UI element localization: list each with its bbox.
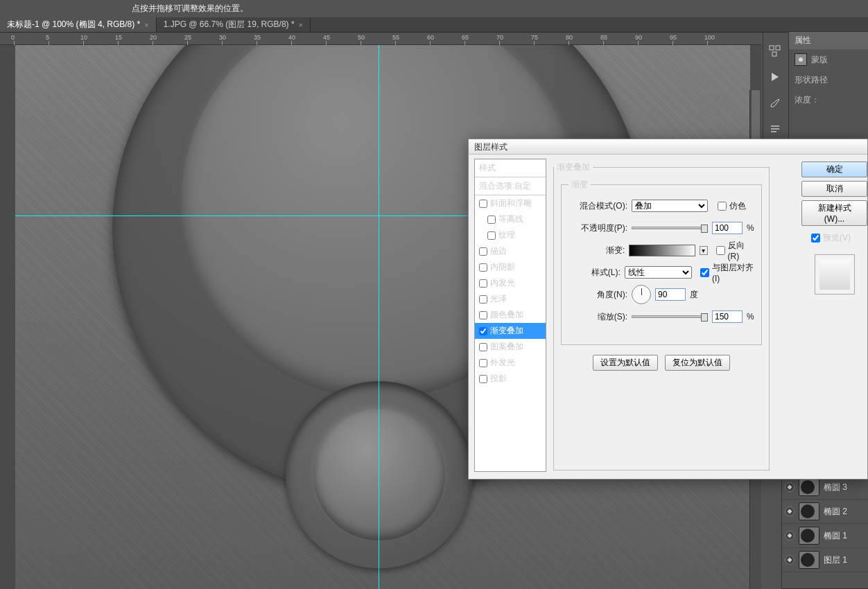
new-style-button[interactable]: 新建样式(W)... — [801, 200, 867, 226]
percent-label: % — [747, 223, 754, 233]
layer-row[interactable]: 椭圆 2 — [782, 500, 868, 524]
effect-checkbox[interactable] — [479, 247, 487, 256]
layer-name: 椭圆 2 — [824, 506, 847, 518]
layer-name: 椭圆 3 — [824, 482, 847, 493]
effect-label: 等高线 — [498, 213, 523, 225]
effect-row[interactable]: 图案叠加 — [475, 339, 546, 355]
style-select[interactable]: 线性 — [625, 266, 692, 279]
effect-row[interactable]: 颜色叠加 — [475, 307, 546, 323]
effect-checkbox[interactable] — [479, 327, 487, 335]
effect-checkbox[interactable] — [479, 375, 487, 383]
scale-input[interactable] — [712, 310, 743, 323]
gradient-inner-group: 渐变 混合模式(O): 叠加 仿色 不透明度(P): % 渐变: — [561, 179, 762, 345]
preview-checkbox[interactable] — [811, 234, 820, 243]
group-title: 渐变叠加 — [554, 161, 593, 173]
angle-input[interactable] — [655, 288, 686, 301]
effect-checkbox[interactable] — [487, 231, 496, 240]
shape-path-row: 形状路径 — [789, 70, 868, 90]
effect-checkbox[interactable] — [479, 295, 487, 304]
panel-title[interactable]: 属性 — [789, 32, 868, 49]
visibility-icon[interactable] — [785, 531, 795, 540]
dialog-titlebar[interactable]: 图层样式 — [469, 139, 867, 155]
styles-header[interactable]: 样式 — [475, 159, 546, 177]
layer-thumbnail[interactable] — [799, 551, 819, 569]
panel-icon[interactable] — [767, 42, 783, 59]
mask-row: 蒙版 — [789, 49, 868, 70]
layer-row[interactable]: 椭圆 1 — [782, 524, 868, 548]
opacity-label: 不透明度(P): — [568, 222, 627, 234]
blend-options-header[interactable]: 混合选项:自定 — [475, 177, 546, 195]
play-icon[interactable] — [767, 69, 783, 85]
layer-row[interactable]: 图层 1 — [782, 548, 868, 572]
reverse-checkbox[interactable] — [716, 246, 725, 255]
small-ellipse-inner — [313, 409, 445, 540]
dither-label: 仿色 — [729, 200, 746, 212]
cancel-button[interactable]: 取消 — [801, 181, 867, 197]
effect-checkbox[interactable] — [479, 311, 487, 319]
document-tab[interactable]: 未标题-1 @ 100% (椭圆 4, RGB/8) * × — [0, 17, 157, 32]
tab-label: 1.JPG @ 66.7% (图层 19, RGB/8) * — [164, 19, 295, 30]
blend-mode-label: 混合模式(O): — [568, 200, 627, 212]
align-checkbox[interactable] — [700, 268, 709, 277]
effect-row[interactable]: 内阴影 — [475, 259, 546, 275]
effect-row[interactable]: 外发光 — [475, 355, 546, 371]
mini-toolbar — [763, 33, 786, 140]
slider-knob[interactable] — [701, 225, 708, 233]
effect-row[interactable]: 描边 — [475, 243, 546, 259]
effect-row[interactable]: 斜面和浮雕 — [475, 195, 546, 211]
effect-label: 内发光 — [490, 277, 515, 289]
chevron-down-icon[interactable]: ▾ — [700, 246, 708, 255]
effect-row[interactable]: 渐变叠加 — [475, 323, 546, 339]
visibility-icon[interactable] — [785, 507, 795, 516]
scale-slider[interactable] — [632, 315, 708, 318]
dither-checkbox[interactable] — [718, 202, 727, 211]
hint-bar: 点按并拖移可调整效果的位置。 — [0, 0, 868, 17]
brush-icon[interactable] — [767, 95, 783, 112]
layer-style-dialog[interactable]: 图层样式 样式混合选项:自定斜面和浮雕等高线纹理描边内阴影内发光光泽颜色叠加渐变… — [468, 139, 868, 480]
visibility-icon[interactable] — [785, 482, 795, 492]
angle-dial[interactable] — [632, 285, 651, 304]
effect-checkbox[interactable] — [479, 200, 487, 208]
effect-checkbox[interactable] — [479, 263, 487, 272]
paragraph-icon[interactable] — [767, 121, 783, 138]
ruler-horizontal[interactable]: 0510152025303540455055606570758085909510… — [0, 33, 761, 45]
reset-default-button[interactable]: 复位为默认值 — [665, 355, 730, 371]
document-tab[interactable]: 1.JPG @ 66.7% (图层 19, RGB/8) * × — [157, 17, 311, 32]
guide-vertical[interactable] — [379, 45, 379, 589]
layer-thumbnail[interactable] — [799, 478, 819, 496]
close-icon[interactable]: × — [299, 21, 303, 29]
effect-row[interactable]: 投影 — [475, 371, 546, 387]
density-row: 浓度： — [789, 90, 868, 110]
degree-label: 度 — [690, 289, 698, 301]
effect-row[interactable]: 内发光 — [475, 275, 546, 291]
blend-mode-select[interactable]: 叠加 — [632, 200, 708, 212]
gradient-preview[interactable] — [629, 245, 695, 256]
effect-checkbox[interactable] — [479, 343, 487, 351]
effect-checkbox[interactable] — [479, 279, 487, 288]
layer-thumbnail[interactable] — [799, 502, 819, 520]
style-label: 样式(L): — [568, 267, 620, 279]
effect-checkbox[interactable] — [487, 216, 496, 224]
effect-checkbox[interactable] — [479, 359, 487, 367]
effect-row[interactable]: 等高线 — [475, 211, 546, 227]
effect-row[interactable]: 光泽 — [475, 291, 546, 307]
inner-group-title: 渐变 — [568, 179, 591, 191]
effect-row[interactable]: 纹理 — [475, 227, 546, 243]
ok-button[interactable]: 确定 — [801, 161, 867, 177]
opacity-input[interactable] — [712, 222, 743, 234]
slider-knob[interactable] — [701, 313, 708, 322]
effect-label: 投影 — [490, 373, 507, 385]
set-default-button[interactable]: 设置为默认值 — [593, 355, 658, 371]
gradient-overlay-group: 渐变叠加 渐变 混合模式(O): 叠加 仿色 不透明度(P): % — [553, 161, 770, 471]
visibility-icon[interactable] — [785, 555, 795, 565]
styles-list: 样式混合选项:自定斜面和浮雕等高线纹理描边内阴影内发光光泽颜色叠加渐变叠加图案叠… — [474, 159, 546, 472]
opacity-slider[interactable] — [632, 227, 708, 229]
density-label: 浓度： — [795, 94, 819, 106]
angle-needle — [641, 288, 642, 295]
effect-label: 光泽 — [490, 293, 507, 305]
mask-icon[interactable] — [795, 53, 807, 66]
reverse-label: 反向(R) — [728, 240, 754, 261]
preview-label: 预览(V) — [823, 232, 851, 244]
close-icon[interactable]: × — [144, 21, 148, 29]
layer-thumbnail[interactable] — [799, 527, 819, 545]
